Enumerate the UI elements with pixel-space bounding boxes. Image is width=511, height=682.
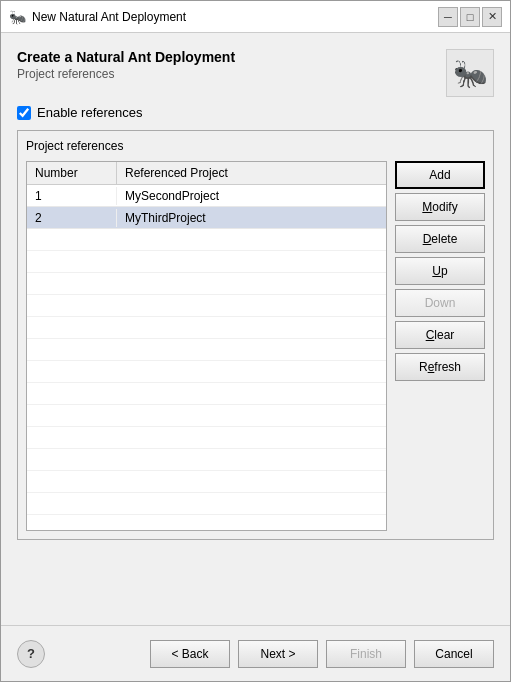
header-text: Create a Natural Ant Deployment Project …: [17, 49, 235, 81]
cancel-button[interactable]: Cancel: [414, 640, 494, 668]
enable-references-row: Enable references: [17, 105, 494, 120]
row2-project: MyThirdProject: [117, 209, 386, 227]
finish-button[interactable]: Finish: [326, 640, 406, 668]
window-title: New Natural Ant Deployment: [32, 10, 432, 24]
empty-row: [27, 339, 386, 361]
empty-row: [27, 427, 386, 449]
empty-row: [27, 295, 386, 317]
table-row[interactable]: 2 MyThirdProject: [27, 207, 386, 229]
enable-references-label[interactable]: Enable references: [37, 105, 143, 120]
modify-button[interactable]: Modify: [395, 193, 485, 221]
project-references-group: Project references Number Referenced Pro…: [17, 130, 494, 540]
header-section: Create a Natural Ant Deployment Project …: [17, 49, 494, 97]
back-button[interactable]: < Back: [150, 640, 230, 668]
empty-row: [27, 383, 386, 405]
empty-row: [27, 317, 386, 339]
side-buttons: Add Modify Delete Up Down Clea: [395, 161, 485, 531]
empty-row: [27, 251, 386, 273]
row1-project: MySecondProject: [117, 187, 386, 205]
title-bar: 🐜 New Natural Ant Deployment ─ □ ✕: [1, 1, 510, 33]
empty-row: [27, 229, 386, 251]
minimize-button[interactable]: ─: [438, 7, 458, 27]
row2-number: 2: [27, 209, 117, 227]
enable-references-checkbox[interactable]: [17, 106, 31, 120]
page-subtitle: Project references: [17, 67, 235, 81]
up-button[interactable]: Up: [395, 257, 485, 285]
empty-row: [27, 273, 386, 295]
footer-buttons: < Back Next > Finish Cancel: [150, 640, 494, 668]
ant-icon: 🐜: [446, 49, 494, 97]
add-button[interactable]: Add: [395, 161, 485, 189]
project-table[interactable]: Number Referenced Project 1 MySecondProj…: [26, 161, 387, 531]
table-header: Number Referenced Project: [27, 162, 386, 185]
page-title: Create a Natural Ant Deployment: [17, 49, 235, 65]
empty-row: [27, 449, 386, 471]
help-button[interactable]: ?: [17, 640, 45, 668]
table-and-buttons: Number Referenced Project 1 MySecondProj…: [26, 161, 485, 531]
row1-number: 1: [27, 187, 117, 205]
close-button[interactable]: ✕: [482, 7, 502, 27]
next-button[interactable]: Next >: [238, 640, 318, 668]
window-icon: 🐜: [9, 9, 26, 25]
empty-row: [27, 471, 386, 493]
down-button[interactable]: Down: [395, 289, 485, 317]
refresh-button[interactable]: Refresh: [395, 353, 485, 381]
group-box-title: Project references: [26, 139, 485, 153]
col-project-header: Referenced Project: [117, 162, 386, 184]
clear-button[interactable]: Clear: [395, 321, 485, 349]
main-content: Create a Natural Ant Deployment Project …: [1, 33, 510, 625]
delete-button[interactable]: Delete: [395, 225, 485, 253]
empty-row: [27, 405, 386, 427]
main-window: 🐜 New Natural Ant Deployment ─ □ ✕ Creat…: [0, 0, 511, 682]
col-number-header: Number: [27, 162, 117, 184]
empty-row: [27, 361, 386, 383]
empty-row: [27, 493, 386, 515]
title-bar-controls: ─ □ ✕: [438, 7, 502, 27]
table-row[interactable]: 1 MySecondProject: [27, 185, 386, 207]
maximize-button[interactable]: □: [460, 7, 480, 27]
footer: ? < Back Next > Finish Cancel: [1, 625, 510, 681]
